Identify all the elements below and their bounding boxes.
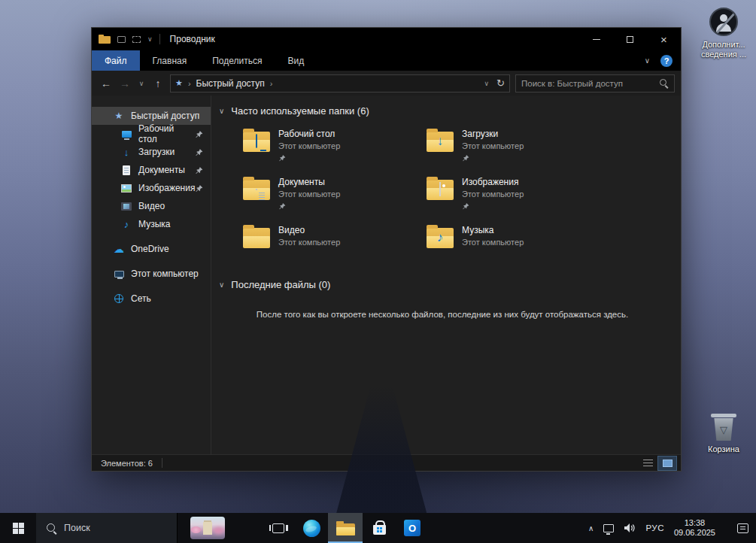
pin-icon (278, 202, 286, 210)
folder-tile-videos[interactable]: Видео Этот компьютер (243, 224, 427, 261)
tab-home[interactable]: Главная (140, 50, 200, 71)
status-bar: Элементов: 6 (92, 454, 681, 471)
expand-ribbon-icon[interactable]: ∨ (645, 56, 650, 65)
recycle-bin-icon: ▽ (711, 414, 736, 441)
windows-logo-icon (13, 523, 24, 534)
folder-tile-documents[interactable]: Документы Этот компьютер (243, 176, 427, 213)
network-icon[interactable] (603, 524, 614, 532)
quick-access-star-icon: ★ (175, 78, 183, 88)
volume-icon[interactable] (624, 523, 636, 533)
address-box[interactable]: ★ › Быстрый доступ › ∨ ↻ (170, 74, 510, 93)
close-button[interactable]: × (647, 28, 681, 50)
start-button[interactable] (0, 513, 36, 543)
pin-icon (462, 202, 469, 210)
titlebar[interactable]: ∨ Проводник × (92, 28, 681, 50)
address-bar: ← → ∨ ↑ ★ › Быстрый доступ › ∨ ↻ (92, 71, 681, 96)
sidebar-item-quick-access[interactable]: ★ Быстрый доступ (92, 107, 211, 125)
sidebar-item-label: Рабочий стол (138, 123, 195, 144)
folder-tile-music[interactable]: ♪ Музыка Этот компьютер (427, 224, 610, 261)
folder-pictures-icon (427, 177, 454, 200)
sidebar-item-label: Сеть (131, 293, 151, 304)
details-view-button[interactable] (639, 457, 657, 470)
sidebar-item-label: Быстрый доступ (131, 111, 199, 121)
edge-button[interactable] (295, 513, 328, 543)
network-icon (113, 294, 125, 303)
collapse-section-icon[interactable]: ∨ (219, 281, 224, 289)
maximize-icon (627, 36, 633, 43)
sidebar-item-label: Документы (138, 165, 185, 175)
sidebar-item-pictures[interactable]: Изображения (92, 179, 211, 197)
sidebar-item-music[interactable]: ♪ Музыка (92, 215, 211, 233)
pin-icon (278, 154, 286, 162)
quick-access-star-icon: ★ (113, 111, 125, 121)
search-icon (46, 523, 57, 534)
minimize-button[interactable] (579, 28, 613, 50)
sidebar-item-videos[interactable]: Видео (92, 197, 211, 215)
file-explorer-button[interactable] (328, 513, 363, 543)
help-icon[interactable]: ? (660, 55, 673, 67)
folder-videos-icon (243, 225, 270, 248)
desktop-icon-recycle-bin[interactable]: ▽ Корзина (692, 414, 755, 454)
clock-date: 09.06.2025 (674, 528, 715, 538)
folder-desktop-icon (243, 129, 270, 152)
sidebar-item-downloads[interactable]: ↓ Загрузки (92, 143, 211, 161)
taskbar: Поиск O ∧ РУС 13:38 (0, 513, 756, 543)
titlebar-divider (159, 34, 160, 44)
large-icons-view-icon (663, 460, 673, 467)
system-tray: ∧ РУС 13:38 09.06.2025 (588, 513, 756, 543)
explorer-search-box[interactable] (515, 74, 675, 93)
refresh-icon[interactable]: ↻ (496, 77, 505, 89)
large-icons-view-button[interactable] (658, 457, 676, 470)
clock[interactable]: 13:38 09.06.2025 (674, 518, 715, 538)
onedrive-cloud-icon: ☁ (113, 243, 125, 255)
maximize-button[interactable] (613, 28, 647, 50)
sidebar-item-this-pc[interactable]: Этот компьютер (92, 265, 211, 283)
sidebar-item-documents[interactable]: Документы (92, 161, 211, 179)
desktop-icon-info[interactable]: Дополнит... сведения ... (692, 8, 755, 59)
folder-tile-downloads[interactable]: ↓ Загрузки Этот компьютер (427, 128, 610, 165)
outlook-icon: O (404, 520, 421, 536)
news-widget-button[interactable] (185, 513, 230, 543)
navigation-pane: ★ Быстрый доступ Рабочий стол ↓ Загрузки… (92, 96, 211, 454)
sidebar-item-onedrive[interactable]: ☁ OneDrive (92, 240, 211, 258)
frequent-folders-header[interactable]: ∨ Часто используемые папки (6) (217, 105, 667, 117)
up-button[interactable]: ↑ (151, 77, 165, 89)
tab-view[interactable]: Вид (275, 50, 317, 71)
action-center-icon[interactable] (737, 523, 748, 533)
sidebar-item-network[interactable]: Сеть (92, 290, 211, 308)
recent-files-title: Последние файлы (0) (231, 279, 330, 290)
recycle-bin-label: Корзина (708, 444, 739, 454)
language-indicator[interactable]: РУС (645, 523, 664, 532)
documents-icon (120, 165, 132, 175)
quick-access-toolbar-icon-2[interactable] (132, 36, 141, 43)
folder-downloads-icon: ↓ (427, 129, 454, 152)
forward-button[interactable]: → (118, 77, 132, 89)
folder-tile-desktop[interactable]: Рабочий стол Этот компьютер (243, 128, 427, 165)
task-view-button[interactable] (262, 513, 295, 543)
outlook-button[interactable]: O (396, 513, 429, 543)
back-button[interactable]: ← (99, 77, 113, 89)
quick-access-toolbar-icon-1[interactable] (117, 36, 126, 43)
sidebar-item-label: Загрузки (138, 147, 175, 157)
ribbon-tab-strip: Файл Главная Поделиться Вид ∨ ? (92, 50, 681, 71)
folder-tile-pictures[interactable]: Изображения Этот компьютер (427, 176, 610, 213)
minimize-icon (593, 39, 600, 40)
desktop-icon (120, 131, 132, 138)
quick-access-toolbar-dropdown-icon[interactable]: ∨ (147, 35, 153, 43)
taskbar-search-box[interactable]: Поиск (36, 513, 178, 543)
recent-locations-dropdown-icon[interactable]: ∨ (137, 80, 146, 87)
explorer-window: ∨ Проводник × Файл Главная Поделиться Ви… (91, 27, 682, 472)
address-dropdown-icon[interactable]: ∨ (484, 80, 490, 87)
microsoft-store-button[interactable] (363, 513, 396, 543)
tab-share[interactable]: Поделиться (199, 50, 275, 71)
tab-file[interactable]: Файл (92, 50, 140, 71)
close-icon: × (660, 33, 667, 46)
sidebar-item-desktop[interactable]: Рабочий стол (92, 125, 211, 143)
collapse-section-icon[interactable]: ∨ (219, 107, 224, 115)
hidden-icons-chevron-icon[interactable]: ∧ (588, 524, 594, 532)
breadcrumb-quick-access[interactable]: Быстрый доступ (196, 78, 265, 89)
downloads-icon: ↓ (120, 147, 132, 158)
explorer-search-input[interactable] (521, 79, 654, 88)
clock-time: 13:38 (674, 518, 715, 528)
recent-files-header[interactable]: ∨ Последние файлы (0) (217, 279, 667, 290)
